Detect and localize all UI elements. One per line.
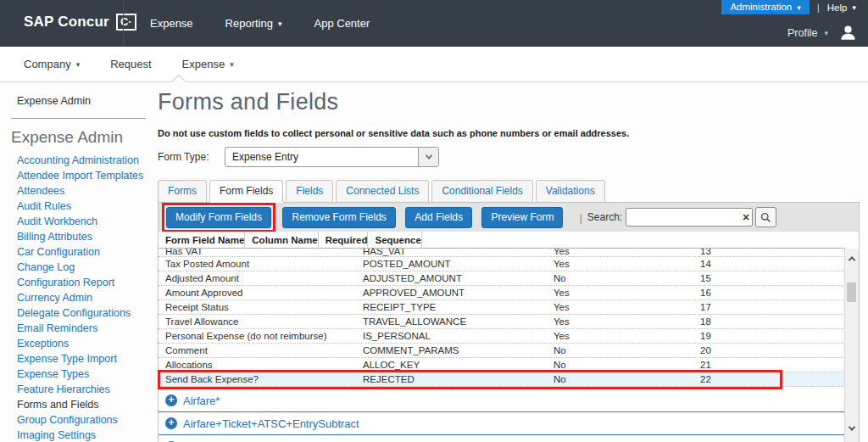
tab[interactable]: Fields — [286, 180, 333, 203]
table-row[interactable]: Personal Expense (do not reimburse) IS_P… — [159, 329, 845, 344]
sidebar-item[interactable]: Imaging Settings — [17, 428, 154, 442]
toolbar: Modify Form Fields Remove Form Fields Ad… — [159, 203, 859, 232]
cell-form-field-name: Tax Posted Amount — [159, 259, 356, 269]
sidebar-item[interactable]: Configuration Report — [17, 275, 154, 290]
sidebar-heading: Expense Admin — [11, 128, 154, 147]
cell-required: No — [547, 345, 693, 355]
sidebar-item[interactable]: Billing Attributes — [17, 229, 154, 244]
table-row[interactable]: Comment COMMENT_PARAMS No 20 — [159, 344, 845, 358]
subnav-expense[interactable]: Expense — [182, 58, 234, 70]
table-row[interactable]: Travel Allowance TRAVEL_ALLOWANCE Yes 18 — [159, 315, 845, 329]
form-fields-panel: Modify Form Fields Remove Form Fields Ad… — [158, 202, 860, 442]
toolbar-button[interactable]: Modify Form Fields — [166, 207, 271, 228]
select-dropdown-button[interactable] — [418, 148, 438, 166]
form-type-row: Form Type: Expense Entry — [158, 147, 861, 167]
cell-sequence: 22 — [693, 374, 845, 384]
nav-reporting[interactable]: Reporting — [209, 0, 298, 47]
tab[interactable]: Validations — [536, 180, 605, 203]
cell-required: No — [547, 273, 693, 283]
sidebar-item[interactable]: Email Reminders — [17, 321, 154, 336]
sidebar-nav-list: Accounting Administration Attendee Impor… — [17, 153, 154, 442]
table-row[interactable]: Receipt Status RECEIPT_TYPE Yes 17 — [159, 300, 845, 315]
cell-column-name: RECEIPT_TYPE — [356, 302, 547, 312]
sidebar-item[interactable]: Expense Types — [17, 366, 154, 382]
sidebar-item[interactable]: Delegate Configurations — [17, 305, 154, 321]
table-row[interactable]: Send Back Expense? REJECTED No 22 — [159, 372, 845, 387]
chevron-down-icon — [230, 61, 234, 69]
toolbar-button[interactable]: Preview Form — [481, 207, 563, 228]
scrollbar-thumb[interactable] — [847, 283, 856, 302]
active-menu-pointer-icon — [172, 76, 186, 82]
sidebar-item[interactable]: Forms and Fields — [17, 397, 154, 412]
table-row[interactable]: Has VAT HAS_VAT Yes 13 — [159, 249, 845, 257]
toolbar-button[interactable]: Add Fields — [405, 207, 472, 228]
section-header[interactable]: Airfare+Ticket+ATSC — [159, 435, 845, 442]
sidebar-item[interactable]: Exceptions — [17, 336, 154, 351]
cell-column-name: IS_PERSONAL — [356, 331, 547, 341]
form-type-value: Expense Entry — [225, 148, 438, 166]
administration-menu[interactable]: Administration — [721, 0, 809, 14]
cell-column-name: HAS_VAT — [356, 249, 547, 256]
tab[interactable]: Connected Lists — [336, 180, 429, 203]
cell-form-field-name: Allocations — [159, 360, 356, 370]
cell-form-field-name: Personal Expense (do not reimburse) — [159, 331, 356, 341]
cell-sequence: 20 — [693, 345, 845, 355]
sidebar-item[interactable]: Change Log — [17, 260, 154, 275]
chevron-down-icon — [824, 30, 828, 37]
vertical-scrollbar[interactable] — [844, 249, 859, 442]
concur-logo[interactable]: SAP Concur C· — [24, 14, 136, 31]
table-row[interactable]: Allocations ALLOC_KEY No 21 — [159, 358, 845, 372]
sidebar-item[interactable]: Attendees — [17, 183, 154, 199]
cell-sequence: 16 — [693, 288, 845, 298]
toolbar-button[interactable]: Remove Form Fields — [282, 207, 395, 228]
nav-expense[interactable]: Expense — [134, 0, 209, 47]
section-header[interactable]: Airfare+Ticket+ATSC+EntrySubtract — [159, 412, 845, 435]
cell-form-field-name: Adjusted Amount — [159, 273, 356, 283]
sidebar-item[interactable]: Expense Type Import — [17, 351, 154, 366]
column-header[interactable]: Required — [319, 232, 369, 249]
profile-menu[interactable]: Profile — [787, 27, 828, 39]
scroll-up-icon[interactable] — [845, 252, 859, 266]
plus-circle-icon[interactable] — [165, 417, 177, 429]
sidebar-item[interactable]: Attendee Import Templates — [17, 168, 154, 183]
sidebar-item[interactable]: Car Configuration — [17, 244, 154, 260]
section-header[interactable]: Airfare* — [159, 389, 845, 412]
sidebar-item[interactable]: Currency Admin — [17, 290, 154, 305]
plus-circle-icon[interactable] — [165, 394, 177, 406]
form-type-select[interactable]: Expense Entry — [225, 147, 439, 167]
table-row[interactable]: Tax Posted Amount POSTED_AMOUNT Yes 14 — [159, 257, 845, 271]
scroll-down-icon[interactable] — [845, 422, 859, 435]
cell-column-name: ALLOC_KEY — [356, 360, 547, 370]
table-body: Has VAT HAS_VAT Yes 13 Tax Posted Amount… — [159, 249, 845, 387]
brand-name: SAP Concur — [24, 14, 109, 31]
sidebar-item[interactable]: Group Configurations — [17, 412, 154, 428]
cell-sequence: 18 — [693, 316, 845, 327]
sidebar-item[interactable]: Feature Hierarchies — [17, 382, 154, 397]
cell-column-name: APPROVED_AMOUNT — [356, 288, 547, 298]
search-input[interactable] — [626, 209, 735, 226]
tab[interactable]: Conditional Fields — [431, 180, 532, 203]
subnav-request[interactable]: Request — [110, 58, 151, 70]
table-row[interactable]: Adjusted Amount ADJUSTED_AMOUNT No 15 — [159, 271, 845, 286]
sidebar-item[interactable]: Audit Workbench — [17, 214, 154, 229]
column-header[interactable]: Sequence — [368, 232, 421, 249]
clear-icon[interactable] — [743, 210, 749, 225]
sidebar-item[interactable]: Accounting Administration — [17, 153, 154, 168]
cell-column-name: COMMENT_PARAMS — [356, 345, 547, 355]
secondary-nav: Company Request Expense — [0, 47, 868, 82]
nav-app-center[interactable]: App Center — [298, 0, 387, 47]
help-menu[interactable]: Help — [827, 0, 863, 14]
utility-bar: Administration | Help — [721, 0, 863, 14]
column-header[interactable]: Column Name — [245, 232, 318, 249]
search-button[interactable] — [755, 207, 776, 227]
cell-sequence: 17 — [693, 302, 845, 312]
sidebar-item[interactable]: Audit Rules — [17, 199, 154, 214]
cell-sequence: 13 — [693, 249, 845, 256]
tab[interactable]: Form Fields — [209, 180, 283, 203]
utility-separator: | — [810, 0, 827, 14]
column-header[interactable]: Form Field Name — [159, 232, 245, 249]
profile-avatar-icon[interactable] — [838, 23, 858, 42]
table-row[interactable]: Amount Approved APPROVED_AMOUNT Yes 16 — [159, 286, 845, 300]
tab[interactable]: Forms — [158, 180, 207, 203]
subnav-company[interactable]: Company — [24, 58, 80, 70]
